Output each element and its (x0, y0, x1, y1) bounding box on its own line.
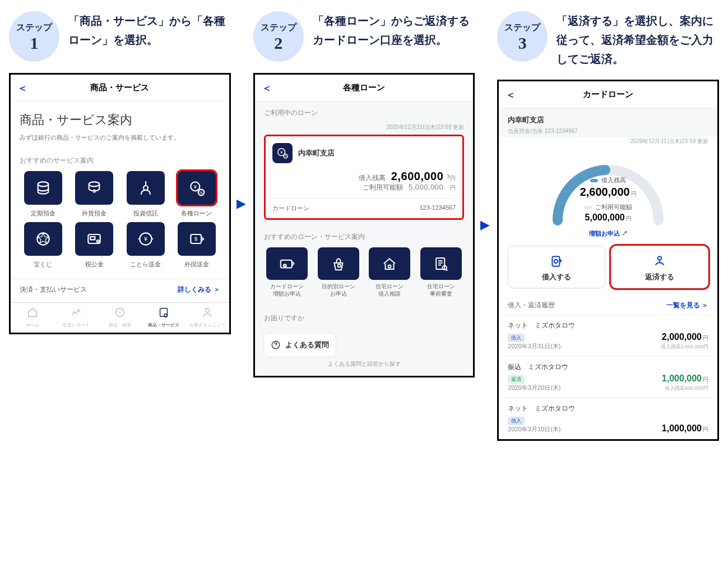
account-line: 当座預金/当座 123-1234567 (508, 127, 708, 135)
svg-text:$: $ (93, 188, 96, 194)
gauge-bal-label: 借入残高 (601, 176, 626, 185)
svg-text:¥: ¥ (284, 264, 286, 268)
borrow-icon (549, 254, 564, 269)
tax-icon (75, 222, 113, 256)
history-channel: ネット (508, 404, 528, 412)
branch-name: 内幸町支店 (508, 115, 708, 125)
step-header-3: ステップ 3 「返済する」を選択し、案内に従って、返済希望金額をご入力してご返済… (497, 11, 719, 68)
kotora-transfer-icon: ¥ (127, 222, 165, 256)
more-services-row[interactable]: 決済・支払いサービス 詳しくみる ＞ (11, 279, 229, 302)
nav-item[interactable]: 収支レポート (54, 303, 98, 333)
tile-label: 各種ローン (181, 209, 212, 218)
service-tile[interactable]: 定期預金 (20, 171, 66, 218)
screen-title: カードローン (583, 89, 633, 100)
nav-label: ホーム (26, 322, 39, 328)
loan-service-tile[interactable]: 住宅ローン事前審査 (418, 247, 464, 298)
foreign-deposit-icon: $ (75, 171, 113, 205)
nav-label: お客さまメニュー (189, 322, 225, 328)
loan-service-tile[interactable]: 住宅ローン借入相談 (367, 247, 413, 298)
faq-label: よくある質問 (285, 340, 329, 350)
nav-label: 商品・サービス (148, 322, 179, 328)
increase-link[interactable]: 増額お申込 ↗ (589, 226, 628, 243)
back-chevron-icon[interactable]: ＜ (262, 81, 272, 95)
history-link[interactable]: 一覧を見る ＞ (666, 301, 708, 310)
question-icon (271, 340, 281, 350)
investment-trust-icon (127, 171, 165, 205)
service-tile[interactable]: ¥ことら送金 (122, 222, 169, 269)
svg-text:¥: ¥ (143, 236, 147, 242)
service-tile[interactable]: 税公金 (71, 222, 117, 269)
app-header: ＜ 各種ローン (255, 75, 474, 102)
history-item[interactable]: ネット ミズホタロウ 借入 2020年3月10日(木) 1,000,000円 (499, 398, 717, 439)
nav-item[interactable]: お客さまメニュー (186, 303, 229, 333)
service-tile[interactable]: $外国送金 (173, 222, 220, 269)
borrow-button[interactable]: 借入する (508, 246, 605, 288)
svg-rect-10 (90, 237, 95, 239)
card-loan-increase-icon: ¥ (266, 247, 308, 280)
service-tile[interactable]: $外貨預金 (71, 171, 117, 218)
loans-icon: ¥% (178, 171, 216, 205)
usage-gauge: 借入残高 2,600,000円 ご利用可能額 5,000,000円 (544, 153, 673, 226)
faq-button[interactable]: よくある質問 (264, 333, 336, 357)
tile-label: 外貨預金 (82, 209, 106, 218)
nav-transfer-icon: ¥ (114, 306, 126, 321)
tile-label: 外国送金 (184, 260, 209, 269)
tile-label: 投資信託 (133, 209, 158, 218)
tile-label: ことら送金 (130, 260, 161, 269)
recommended-header: おすすめのサービス案内 (11, 149, 229, 171)
history-amount: 1,000,000 (662, 374, 702, 383)
page-subtext: みずほ銀行の商品・サービスのご案内を掲載しています。 (11, 133, 229, 149)
trouble-header: お困りですか (255, 307, 474, 329)
history-tag: 返済 (508, 375, 525, 384)
update-timestamp: 2020年12月31日(木)23:59 更新 (255, 123, 474, 135)
nav-item[interactable]: ¥振込・振替 (98, 303, 142, 333)
step-header-2: ステップ 2 「各種ローン」からご返済するカードローン口座を選択。 (253, 11, 475, 62)
svg-text:%: % (200, 191, 203, 195)
repay-button[interactable]: 返済する (611, 246, 708, 288)
loan-service-tile[interactable]: 目的別ローンお申込 (315, 247, 361, 298)
screen-title: 各種ローン (343, 82, 385, 93)
row-link[interactable]: 詳しくみる ＞ (178, 285, 220, 294)
svg-text:¥: ¥ (119, 310, 122, 315)
yen-percent-icon: ¥% (272, 143, 293, 163)
svg-point-3 (143, 186, 148, 190)
screenshot-step-2: ▶ ＜ 各種ローン ご利用中のローン 2020年12月31日(木)23:59 更… (253, 73, 475, 377)
step-desc-2: 「各種ローン」からご返済するカードローン口座を選択。 (313, 11, 475, 49)
svg-text:¥: ¥ (193, 184, 197, 190)
service-tile[interactable]: 投資信託 (122, 171, 169, 218)
step-badge-3: ステップ 3 (497, 11, 548, 62)
history-sub: 借入残高2,600,000円 (661, 343, 708, 351)
svg-point-36 (658, 256, 662, 260)
home-loan-consult-icon (369, 247, 410, 280)
gauge-avail-label: ご利用可能額 (595, 203, 632, 211)
service-tile[interactable]: ¥%各種ローン (173, 171, 220, 218)
nav-products-icon (157, 306, 170, 321)
svg-point-33 (275, 347, 276, 347)
step-desc-1: 「商品・サービス」から「各種ローン」を選択。 (68, 11, 231, 49)
history-header: 借入・返済履歴 (508, 301, 555, 310)
loan-service-tile[interactable]: ¥カードローン増額お申込 (264, 247, 310, 298)
svg-point-11 (97, 240, 99, 242)
foreign-transfer-icon: $ (178, 222, 216, 256)
loan-account-card[interactable]: ¥% 内幸町支店 › 借入残高 2,600,000 円 ご利用可能額 (264, 135, 465, 220)
app-header: ＜ 商品・サービス (11, 75, 229, 102)
nav-item[interactable]: ホーム (11, 303, 54, 333)
step-badge-2: ステップ 2 (253, 11, 304, 62)
svg-rect-18 (160, 308, 167, 317)
loans-in-use-header: ご利用中のローン (255, 102, 474, 123)
service-tile[interactable]: 宝くじ (20, 222, 66, 269)
chevron-right-icon: › (447, 170, 450, 182)
back-chevron-icon[interactable]: ＜ (17, 81, 27, 95)
account-number: 123-1234567 (420, 204, 456, 213)
faq-subtext: よくある質問と回答から探す (255, 360, 474, 376)
row-label: 決済・支払いサービス (20, 285, 87, 294)
svg-rect-28 (338, 264, 341, 267)
history-item[interactable]: 振込 ミズホタロウ 返済 2020年3月20日(木) 1,000,000円 借入… (499, 356, 717, 398)
app-header: ＜ カードローン (499, 81, 717, 108)
svg-point-35 (554, 260, 558, 264)
nav-item[interactable]: 商品・サービス (142, 303, 186, 333)
history-date: 2020年3月20日(木) (508, 384, 560, 392)
back-chevron-icon[interactable]: ＜ (506, 88, 516, 102)
screen-title: 商品・サービス (90, 82, 149, 93)
history-item[interactable]: ネット ミズホタロウ 借入 2020年3月31日(木) 2,000,000円 借… (499, 315, 717, 356)
